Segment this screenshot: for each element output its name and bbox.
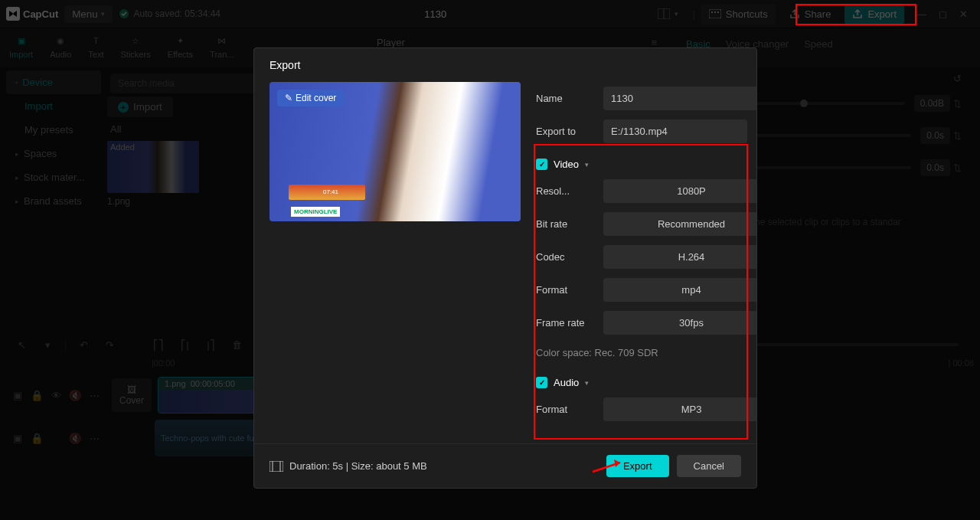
tool-effects[interactable]: ✦Effects <box>168 33 193 59</box>
svg-rect-0 <box>6 7 20 21</box>
track-mute-icon[interactable]: 🔇 <box>69 429 81 447</box>
check-circle-icon <box>119 8 129 19</box>
fps-label: Frame rate <box>536 317 594 329</box>
track-lock-icon[interactable]: 🔒 <box>31 429 43 447</box>
trim-left-button[interactable]: ⎡| <box>175 335 194 354</box>
tool-transitions[interactable]: ⋈Tran... <box>210 33 234 59</box>
volume-value: 0.0dB <box>914 95 950 112</box>
codec-select[interactable]: H.264▾ <box>603 245 756 269</box>
chevron-down-icon: ▾ <box>585 161 589 168</box>
video-checkbox[interactable]: ✓ <box>536 159 547 170</box>
keyboard-icon <box>709 9 721 18</box>
redo-button[interactable]: ↷ <box>100 335 119 354</box>
svg-rect-8 <box>270 461 283 472</box>
maximize-icon[interactable]: ◻ <box>939 8 947 20</box>
sidebar-import[interactable]: Import <box>6 94 101 118</box>
exportto-label: Export to <box>536 126 594 137</box>
audio-section[interactable]: ✓ Audio ▾ <box>536 366 756 393</box>
name-label: Name <box>536 93 594 104</box>
app-name: CapCut <box>23 8 58 20</box>
svg-rect-5 <box>711 11 713 13</box>
audio-icon: ◉ <box>53 33 68 48</box>
undo-button[interactable]: ↶ <box>74 335 93 354</box>
track-mute-icon[interactable]: 🔇 <box>69 386 81 404</box>
film-icon <box>270 461 283 472</box>
fps-select[interactable]: 30fps▾ <box>603 311 756 335</box>
colorspace-text: Color space: Rec. 709 SDR <box>536 339 756 366</box>
trim-right-button[interactable]: |⎤ <box>201 335 220 354</box>
modal-title: Export <box>254 48 756 82</box>
edit-cover-button[interactable]: ✎Edit cover <box>277 90 344 106</box>
effects-icon: ✦ <box>172 33 188 48</box>
track-eye-icon[interactable]: 👁 <box>51 386 61 404</box>
stepper-icon[interactable]: ⇅ <box>950 162 962 174</box>
plus-icon: + <box>118 102 129 113</box>
track-lock-icon[interactable]: 🔒 <box>31 386 43 404</box>
vformat-select[interactable]: mp4▾ <box>603 278 756 302</box>
aformat-select[interactable]: MP3▾ <box>603 397 756 421</box>
track-collapse-icon[interactable]: ▣ <box>12 386 23 404</box>
vformat-label: Format <box>536 284 594 296</box>
bitrate-select[interactable]: Recommended▾ <box>603 212 756 236</box>
tool-stickers[interactable]: ☆Stickers <box>121 33 151 59</box>
added-badge: Added <box>110 142 135 152</box>
transitions-icon: ⋈ <box>214 33 230 48</box>
exportto-input[interactable] <box>603 119 747 143</box>
sidebar-stock[interactable]: ▸Stock mater... <box>6 165 101 189</box>
stepper-icon[interactable]: ⇅ <box>950 98 962 110</box>
import-media-button[interactable]: +Import <box>107 96 173 117</box>
sidebar-spaces[interactable]: ▸Spaces <box>6 142 101 165</box>
cover-button[interactable]: 🖼 Cover <box>112 378 152 412</box>
delete-button[interactable]: 🗑 <box>227 335 246 354</box>
video-section[interactable]: ✓ Video ▾ <box>536 148 756 175</box>
export-button-top[interactable]: Export <box>844 4 904 25</box>
sidebar-brand[interactable]: ▸Brand assets <box>6 189 101 213</box>
resolution-select[interactable]: 1080P▾ <box>603 179 756 203</box>
image-icon: 🖼 <box>119 384 144 395</box>
project-title: 1130 <box>227 8 644 20</box>
chevron-down-icon: ▾ <box>585 379 589 387</box>
export-info: Duration: 5s | Size: about 5 MB <box>289 460 427 472</box>
svg-rect-7 <box>717 11 719 13</box>
minimize-icon[interactable]: — <box>916 8 926 20</box>
track-collapse-icon[interactable]: ▣ <box>12 429 23 447</box>
cancel-button[interactable]: Cancel <box>677 455 741 477</box>
cursor-tool[interactable]: ↖ <box>12 335 31 354</box>
share-button[interactable]: Share <box>782 4 839 25</box>
track-more-icon[interactable]: ⋯ <box>89 386 100 404</box>
left-sidebar: •Device Import My presets ▸Spaces ▸Stock… <box>6 70 101 213</box>
cover-preview: ✎Edit cover MORNINGLIVE 07:41 <box>270 82 521 221</box>
pencil-icon: ✎ <box>285 93 292 103</box>
audio-checkbox[interactable]: ✓ <box>536 377 547 388</box>
tool-text[interactable]: TText <box>88 33 103 59</box>
tab-speed[interactable]: Speed <box>804 38 833 50</box>
media-item-name: 1.png <box>107 193 199 210</box>
chevron-down-icon[interactable]: ▾ <box>38 335 57 354</box>
share-icon <box>789 8 800 19</box>
fadeout-value: 0.0s <box>920 159 950 176</box>
menu-icon[interactable]: ≡ <box>651 37 657 48</box>
close-icon[interactable]: ✕ <box>959 8 968 20</box>
player-label: Player <box>377 37 405 48</box>
aformat-label: Format <box>536 404 594 415</box>
autosave-status: Auto saved: 05:34:44 <box>119 8 220 19</box>
svg-rect-6 <box>714 11 716 13</box>
export-confirm-button[interactable]: Export <box>606 455 669 477</box>
stepper-icon[interactable]: ⇅ <box>950 130 962 142</box>
layout-button[interactable]: ▾ <box>650 4 686 24</box>
clip-name: 1.png <box>165 379 186 388</box>
tool-import[interactable]: ▣Import <box>9 33 33 59</box>
tool-audio[interactable]: ◉Audio <box>50 33 71 59</box>
media-item[interactable]: Added 1.png <box>107 141 199 210</box>
name-input[interactable] <box>603 87 756 110</box>
top-bar: CapCut Menu▾ Auto saved: 05:34:44 1130 ▾… <box>0 0 980 28</box>
resolution-label: Resol... <box>536 185 594 197</box>
shortcuts-button[interactable]: Shortcuts <box>701 4 776 25</box>
text-icon: T <box>88 33 103 48</box>
menu-button[interactable]: Menu▾ <box>64 5 112 23</box>
track-more-icon[interactable]: ⋯ <box>89 429 100 447</box>
split-button[interactable]: ⎡⎤ <box>149 335 168 354</box>
sidebar-device[interactable]: •Device <box>6 70 101 94</box>
sidebar-presets[interactable]: My presets <box>6 118 101 142</box>
reset-icon[interactable]: ↺ <box>953 73 962 84</box>
